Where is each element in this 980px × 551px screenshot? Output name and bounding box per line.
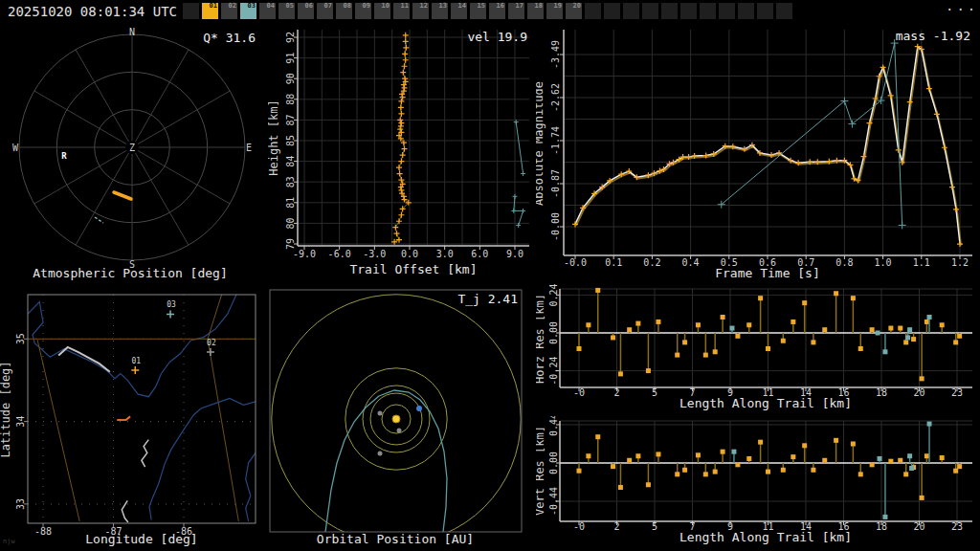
cardinal-e-label: E: [246, 143, 252, 153]
orbital-position-title: Orbital Position [AU]: [317, 532, 474, 546]
svg-text:9.0: 9.0: [506, 249, 523, 259]
svg-text:90: 90: [285, 73, 296, 84]
frame-indicator[interactable]: [623, 3, 639, 19]
frame-indicator[interactable]: 01: [202, 3, 218, 19]
orbit-panel: T_j 2.41 Orbital Position [AU]: [268, 282, 536, 551]
cardinal-w-label: W: [12, 143, 19, 153]
vert-canvas: -025791114161820230.440.00-0.44: [548, 416, 972, 532]
frame-indicator[interactable]: 17: [508, 3, 524, 19]
frame-indicator[interactable]: [604, 3, 620, 19]
svg-text:0.24: 0.24: [548, 283, 559, 306]
svg-text:-9.0: -9.0: [293, 249, 316, 259]
q-star-badge: Q* 31.6: [203, 31, 256, 45]
svg-text:03: 03: [167, 300, 176, 309]
trail-offset-panel: -9.0-6.0-3.00.03.06.09.09291908887858483…: [268, 23, 536, 282]
length-along-trail-label-1: Length Along Trail [km]: [679, 396, 852, 410]
magnitude-axis-label: Absolute Magnitude: [536, 81, 546, 206]
top-bar: 20251020 08:01:34 UTC 010203040506070809…: [0, 0, 980, 23]
svg-text:0.0: 0.0: [401, 249, 418, 259]
svg-text:3.0: 3.0: [436, 249, 454, 259]
svg-text:0.00: 0.00: [548, 321, 559, 344]
frame-indicator[interactable]: 15: [470, 3, 486, 19]
svg-text:-0.00: -0.00: [550, 212, 561, 241]
frame-indicator[interactable]: 11: [393, 3, 410, 19]
svg-text:01: 01: [131, 357, 141, 365]
frame-indicator[interactable]: [700, 3, 716, 19]
frame-indicator[interactable]: 13: [432, 3, 448, 19]
svg-text:-2.62: -2.62: [550, 83, 561, 112]
frame-indicator[interactable]: 08: [336, 3, 352, 19]
cardinal-n-label: N: [129, 27, 135, 37]
map-canvas: 010203-88-87-86353433: [15, 295, 256, 537]
frame-indicator[interactable]: [585, 3, 601, 19]
latitude-axis-label: Latitude [deg]: [0, 361, 12, 457]
svg-text:-88: -88: [34, 526, 52, 537]
frame-indicator[interactable]: [738, 3, 754, 19]
svg-text:91: 91: [285, 53, 296, 64]
svg-text:0.4: 0.4: [682, 257, 700, 268]
svg-text:20: 20: [913, 521, 924, 532]
svg-text:35: 35: [15, 333, 26, 344]
svg-text:23: 23: [951, 521, 963, 532]
svg-text:0.00: 0.00: [548, 452, 559, 474]
horz-canvas: -025791114161820230.240.00-0.24: [548, 283, 972, 398]
frame-indicator[interactable]: 18: [527, 3, 544, 19]
frame-indicator[interactable]: 03: [240, 3, 256, 19]
length-along-trail-label-2: Length Along Trail [km]: [679, 530, 852, 544]
svg-text:-3.49: -3.49: [550, 40, 561, 69]
frame-indicator[interactable]: [661, 3, 678, 19]
mass-badge: mass -1.92: [896, 29, 970, 43]
svg-text:1.0: 1.0: [875, 257, 892, 268]
horz-res-panel: -025791114161820230.240.00-0.24 Horz Res…: [536, 282, 980, 416]
frame-indicator[interactable]: 02: [221, 3, 237, 19]
frame-indicator[interactable]: [719, 3, 735, 19]
svg-text:1.1: 1.1: [913, 257, 930, 268]
frame-indicator[interactable]: [642, 3, 658, 19]
frame-indicator[interactable]: 07: [317, 3, 333, 19]
screen: 20251020 08:01:34 UTC 010203040506070809…: [0, 0, 980, 551]
vert-res-axis-label: Vert Res [km]: [536, 426, 546, 516]
frame-indicator-row: 0102030405060708091011121314151617181920: [183, 3, 792, 19]
svg-text:81: 81: [285, 197, 296, 209]
svg-text:18: 18: [876, 387, 887, 398]
svg-text:84: 84: [285, 156, 296, 167]
ground-map-panel: 010203-88-87-86353433 Latitude [deg] Lon…: [0, 282, 268, 551]
frame-indicator[interactable]: 20: [566, 3, 582, 19]
frame-indicator[interactable]: 12: [412, 3, 429, 19]
svg-text:02: 02: [207, 339, 216, 347]
svg-text:0.1: 0.1: [605, 257, 622, 268]
frame-indicator[interactable]: [776, 3, 792, 19]
frame-indicator[interactable]: 09: [355, 3, 371, 19]
atmospheric-panel: Q* 31.6 N S W E Z R Atmospheric Position…: [0, 23, 268, 282]
frame-indicator[interactable]: 06: [298, 3, 314, 19]
frame-indicator[interactable]: 16: [489, 3, 505, 19]
frame-indicator[interactable]: 05: [278, 3, 295, 19]
svg-text:80: 80: [285, 217, 296, 229]
tisserand-badge: T_j 2.41: [457, 292, 518, 306]
orbit-canvas: [270, 290, 522, 543]
svg-text:5: 5: [652, 521, 657, 532]
mag-canvas: -0.00.10.20.40.50.60.70.81.01.11.2-3.49-…: [550, 30, 972, 268]
svg-text:18: 18: [876, 521, 887, 532]
longitude-axis-label: Longitude [deg]: [85, 532, 197, 546]
frame-indicator[interactable]: 04: [259, 3, 276, 19]
svg-text:-0.24: -0.24: [548, 357, 559, 386]
frame-time-axis-label: Frame Time [s]: [715, 266, 820, 280]
watermark: njw: [3, 538, 15, 545]
atmospheric-title: Atmospheric Position [deg]: [33, 266, 228, 280]
overflow-menu[interactable]: ···: [946, 2, 978, 17]
svg-text:-6.0: -6.0: [328, 249, 351, 259]
svg-text:85: 85: [285, 135, 296, 146]
velocity-badge: vel 19.9: [467, 30, 527, 44]
frame-indicator[interactable]: [757, 3, 773, 19]
svg-text:83: 83: [285, 176, 296, 187]
frame-indicator[interactable]: 14: [451, 3, 467, 19]
frame-indicator[interactable]: [183, 3, 199, 19]
frame-indicator[interactable]: 10: [374, 3, 390, 19]
svg-text:-0.87: -0.87: [550, 169, 561, 198]
frame-indicator[interactable]: 19: [546, 3, 563, 19]
svg-text:20: 20: [913, 387, 924, 398]
frame-indicator[interactable]: [680, 3, 697, 19]
svg-text:2: 2: [613, 521, 619, 532]
svg-text:23: 23: [951, 387, 963, 398]
